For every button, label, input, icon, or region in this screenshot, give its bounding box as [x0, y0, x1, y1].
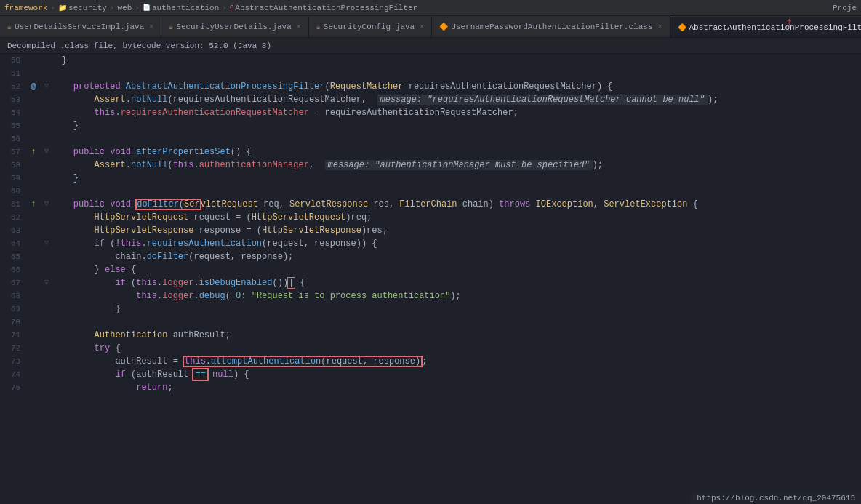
- code-line-54: 54 this.requiresAuthenticationRequestMat…: [0, 106, 861, 119]
- tab-usernamepasswordfilter[interactable]: 🔶 UsernamePasswordAuthenticationFilter.c…: [432, 17, 670, 37]
- tab-close-3[interactable]: ×: [657, 23, 662, 31]
- code-line-66: 66 } else {: [0, 263, 861, 276]
- class-icon-active: 🔶: [678, 23, 686, 32]
- class-icon: 🔶: [439, 23, 448, 31]
- code-line-50: 50 }: [0, 54, 861, 67]
- tab-abstractauthfilter[interactable]: 🔶 AbstractAuthenticationProcessingFilter…: [670, 17, 862, 37]
- code-line-52: 52 @ ▽ protected AbstractAuthenticationP…: [0, 80, 861, 93]
- code-line-61: 61 ↑ ▽ public void doFilter(ServletReque…: [0, 198, 861, 211]
- breadcrumb-security: security: [68, 4, 107, 12]
- status-bar: https://blog.csdn.net/qq_20475615: [691, 492, 861, 504]
- arrow-down-icon: ↑: [31, 198, 36, 211]
- breadcrumb: framework › 📁 security › web › 📄 authent…: [4, 4, 417, 12]
- code-line-53: 53 Assert.notNull(requiresAuthentication…: [0, 93, 861, 106]
- code-line-73: 73 authResult = this.attemptAuthenticati…: [0, 355, 861, 368]
- code-line-56: 56: [0, 132, 861, 145]
- code-line-74: 74 if (authResult == null) {: [0, 368, 861, 381]
- code-line-68: 68 this.logger.debug( O: "Request is to …: [0, 289, 861, 303]
- code-area[interactable]: 50 } 51 52 @ ▽ protected AbstractAuthent…: [0, 54, 861, 504]
- breadcrumb-authentication: authentication: [152, 4, 219, 12]
- code-line-64: 64 ▽ if (!this.requiresAuthentication(re…: [0, 237, 861, 250]
- code-line-75: 75 return;: [0, 381, 861, 394]
- title-bar: framework › 📁 security › web › 📄 authent…: [0, 0, 861, 16]
- tab-userdetailsserviceimpl[interactable]: ☕ UserDetailsServiceImpl.java ×: [0, 17, 161, 37]
- breadcrumb-framework: framework: [4, 4, 47, 12]
- code-line-62: 62 HttpServletRequest request = (HttpSer…: [0, 211, 861, 224]
- code-line-71: 71 Authentication authResult;: [0, 329, 861, 342]
- code-line-60: 60: [0, 185, 861, 198]
- tabs-bar: ☕ UserDetailsServiceImpl.java × ☕ Securi…: [0, 16, 861, 38]
- code-line-72: 72 try {: [0, 342, 861, 355]
- java-icon-2: ☕: [169, 23, 173, 31]
- code-line-67: 67 ▽ if (this.logger.isDebugEnabled())| …: [0, 276, 861, 289]
- code-line-69: 69 }: [0, 303, 861, 316]
- arrow-up-icon: ↑: [31, 145, 36, 159]
- tab-close-1[interactable]: ×: [297, 23, 301, 31]
- breadcrumb-class: AbstractAuthenticationProcessingFilter: [235, 4, 417, 12]
- tab-close-0[interactable]: ×: [149, 23, 153, 31]
- code-line-70: 70: [0, 316, 861, 329]
- java-icon-3: ☕: [316, 23, 321, 31]
- code-line-65: 65 chain.doFilter(request, response);: [0, 250, 861, 263]
- title-bar-right: Proje: [833, 4, 857, 12]
- tab-close-2[interactable]: ×: [420, 23, 424, 31]
- java-icon: ☕: [7, 23, 12, 31]
- tab-securityconfig[interactable]: ☕ SecurityConfig.java ×: [309, 17, 432, 37]
- code-line-58: 58 Assert.notNull(this.authenticationMan…: [0, 159, 861, 172]
- info-bar: Decompiled .class file, bytecode version…: [0, 38, 861, 54]
- code-line-55: 55 }: [0, 119, 861, 132]
- code-line-51: 51: [0, 67, 861, 80]
- breadcrumb-web: web: [117, 4, 132, 12]
- code-line-57: 57 ↑ ▽ public void afterPropertiesSet() …: [0, 145, 861, 159]
- code-line-59: 59 }: [0, 172, 861, 185]
- code-line-63: 63 HttpServletResponse response = (HttpS…: [0, 224, 861, 237]
- bookmark-icon: @: [31, 80, 36, 93]
- tab-securityuserdetails[interactable]: ☕ SecurityUserDetails.java ×: [161, 17, 308, 37]
